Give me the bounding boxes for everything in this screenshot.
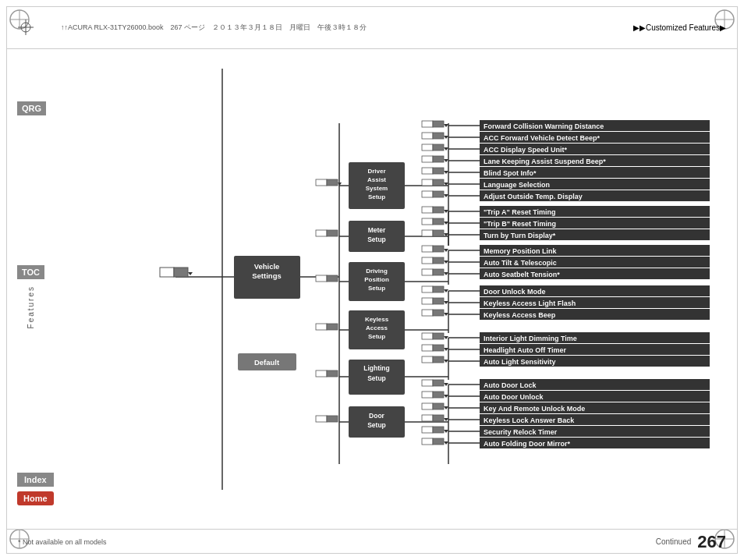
svg-text:Interior Light Dimming Time: Interior Light Dimming Time bbox=[484, 335, 577, 342]
svg-rect-175 bbox=[422, 345, 433, 351]
svg-rect-139 bbox=[327, 324, 338, 330]
svg-text:"Trip A" Reset Timing: "Trip A" Reset Timing bbox=[484, 208, 556, 216]
svg-text:Setup: Setup bbox=[367, 236, 386, 243]
svg-text:Language Selection: Language Selection bbox=[484, 181, 550, 189]
svg-text:Door Unlock Mode: Door Unlock Mode bbox=[484, 288, 546, 296]
breadcrumb: ▶▶Customized Features▶ bbox=[633, 23, 726, 32]
svg-rect-176 bbox=[433, 345, 444, 351]
svg-rect-111 bbox=[316, 275, 327, 282]
svg-text:Setup: Setup bbox=[367, 421, 386, 429]
svg-marker-157 bbox=[444, 313, 448, 316]
svg-rect-51 bbox=[422, 144, 433, 151]
svg-text:Setup: Setup bbox=[368, 333, 385, 340]
svg-text:Security Relock Timer: Security Relock Timer bbox=[484, 428, 558, 436]
svg-marker-41 bbox=[444, 124, 448, 127]
svg-rect-40 bbox=[433, 121, 444, 127]
svg-rect-34 bbox=[327, 179, 338, 186]
svg-text:Auto Door Lock: Auto Door Lock bbox=[484, 381, 537, 389]
svg-rect-117 bbox=[433, 246, 444, 252]
footer-note: * Not available on all models bbox=[18, 538, 656, 546]
svg-rect-220 bbox=[433, 427, 444, 433]
svg-rect-213 bbox=[422, 415, 433, 421]
svg-rect-85 bbox=[327, 230, 338, 236]
svg-text:Meter: Meter bbox=[368, 226, 386, 234]
svg-rect-101 bbox=[422, 230, 433, 236]
svg-rect-84 bbox=[316, 230, 327, 236]
svg-text:Keyless Access Light Flash: Keyless Access Light Flash bbox=[484, 299, 576, 307]
header-text: ↑↑ACURA RLX-31TY26000.book 267 ページ ２０１３年… bbox=[61, 23, 367, 33]
svg-text:Auto Tilt & Telescopic: Auto Tilt & Telescopic bbox=[484, 259, 557, 267]
svg-marker-97 bbox=[444, 222, 448, 225]
svg-rect-46 bbox=[433, 133, 444, 139]
svg-text:Auto Light Sensitivity: Auto Light Sensitivity bbox=[484, 358, 556, 366]
svg-rect-165 bbox=[327, 370, 338, 377]
svg-text:System: System bbox=[366, 185, 388, 192]
svg-rect-201 bbox=[422, 392, 433, 398]
svg-rect-170 bbox=[433, 333, 444, 339]
svg-text:Adjust Outside Temp. Display: Adjust Outside Temp. Display bbox=[484, 193, 583, 200]
svg-rect-196 bbox=[433, 380, 444, 386]
svg-text:Driving: Driving bbox=[366, 268, 388, 275]
svg-rect-95 bbox=[422, 218, 433, 225]
svg-marker-47 bbox=[444, 136, 448, 139]
svg-rect-20 bbox=[160, 268, 174, 277]
svg-text:Lane Keeping Assist Suspend Be: Lane Keeping Assist Suspend Beep* bbox=[484, 158, 606, 165]
svg-marker-124 bbox=[444, 261, 448, 264]
svg-rect-69 bbox=[422, 179, 433, 186]
qrg-btn[interactable]: QRG bbox=[17, 101, 46, 115]
svg-rect-169 bbox=[422, 333, 433, 339]
svg-rect-144 bbox=[433, 286, 444, 292]
svg-rect-102 bbox=[433, 230, 444, 236]
svg-marker-22 bbox=[188, 272, 193, 275]
svg-rect-112 bbox=[327, 275, 338, 282]
bottom-sidebar: Index Home bbox=[17, 473, 54, 505]
svg-rect-57 bbox=[422, 156, 433, 162]
svg-rect-190 bbox=[316, 416, 327, 422]
index-btn[interactable]: Index bbox=[17, 473, 54, 487]
svg-text:Position: Position bbox=[364, 276, 389, 283]
svg-rect-70 bbox=[433, 179, 444, 186]
svg-marker-65 bbox=[444, 171, 448, 174]
svg-rect-164 bbox=[316, 370, 327, 377]
svg-text:ACC Display Speed Unit*: ACC Display Speed Unit* bbox=[484, 146, 568, 154]
footer-right: Continued 267 bbox=[656, 532, 726, 552]
svg-rect-96 bbox=[433, 218, 444, 225]
svg-marker-177 bbox=[444, 348, 448, 351]
continued-label: Continued bbox=[656, 537, 692, 546]
svg-rect-21 bbox=[174, 268, 188, 277]
svg-text:Access: Access bbox=[366, 324, 388, 331]
svg-rect-89 bbox=[422, 207, 433, 213]
svg-rect-39 bbox=[422, 121, 433, 127]
svg-text:Memory Position Link: Memory Position Link bbox=[484, 247, 558, 255]
svg-rect-75 bbox=[422, 191, 433, 197]
svg-text:Default: Default bbox=[254, 358, 280, 367]
svg-rect-182 bbox=[433, 356, 444, 363]
page-number: 267 bbox=[697, 532, 726, 552]
svg-marker-183 bbox=[444, 360, 448, 363]
svg-marker-215 bbox=[444, 418, 448, 421]
home-btn[interactable]: Home bbox=[17, 491, 54, 505]
svg-marker-171 bbox=[444, 336, 448, 339]
svg-text:Vehicle: Vehicle bbox=[254, 262, 280, 271]
svg-rect-207 bbox=[422, 403, 433, 409]
svg-rect-181 bbox=[422, 356, 433, 363]
svg-marker-209 bbox=[444, 406, 448, 409]
svg-rect-214 bbox=[433, 415, 444, 421]
svg-marker-130 bbox=[444, 272, 448, 275]
svg-rect-143 bbox=[422, 286, 433, 292]
svg-text:Forward Collision Warning Dist: Forward Collision Warning Distance bbox=[484, 122, 604, 130]
svg-rect-52 bbox=[433, 144, 444, 151]
svg-rect-150 bbox=[433, 298, 444, 304]
svg-rect-225 bbox=[422, 438, 433, 445]
svg-text:Settings: Settings bbox=[252, 271, 281, 280]
svg-marker-151 bbox=[444, 301, 448, 304]
svg-text:Keyless Access Beep: Keyless Access Beep bbox=[484, 311, 556, 319]
svg-rect-33 bbox=[316, 179, 327, 186]
toc-btn[interactable]: TOC bbox=[17, 265, 44, 279]
qrg-button[interactable]: QRG bbox=[17, 101, 46, 115]
svg-marker-118 bbox=[444, 249, 448, 252]
svg-text:Keyless: Keyless bbox=[365, 316, 389, 323]
svg-text:ACC Forward Vehicle Detect Bee: ACC Forward Vehicle Detect Beep* bbox=[484, 134, 601, 142]
svg-text:Headlight Auto Off Timer: Headlight Auto Off Timer bbox=[484, 346, 566, 354]
svg-rect-138 bbox=[316, 324, 327, 330]
